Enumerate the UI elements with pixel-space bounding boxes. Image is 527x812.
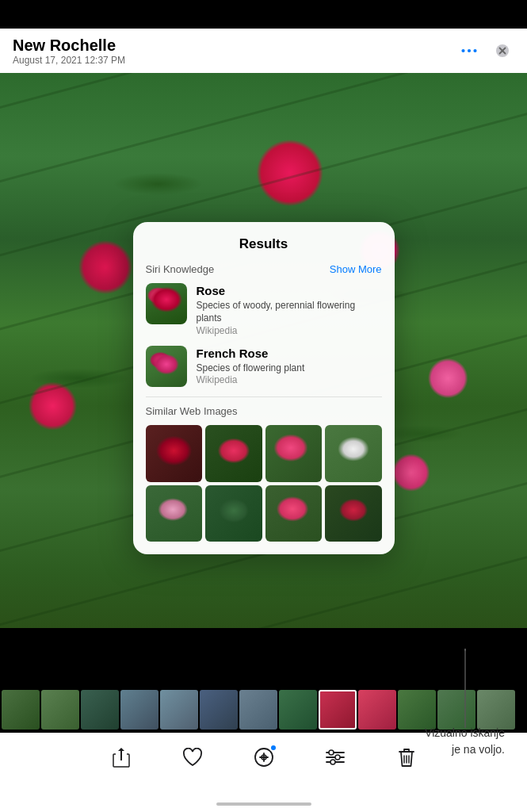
status-center-dots	[241, 16, 259, 20]
header: New Rochelle August 17, 2021 12:37 PM	[0, 29, 527, 73]
film-cell-9-active[interactable]	[319, 690, 357, 730]
header-title-block: New Rochelle August 17, 2021 12:37 PM	[13, 36, 125, 66]
header-actions	[457, 39, 514, 63]
svg-point-15	[330, 760, 335, 764]
french-rose-source: Wikipedia	[197, 374, 305, 385]
adjust-button[interactable]	[320, 742, 350, 772]
rose-info: Rose Species of woody, perennial floweri…	[197, 283, 382, 336]
location-title: New Rochelle	[13, 36, 125, 55]
knowledge-item-rose[interactable]: Rose Species of woody, perennial floweri…	[146, 283, 382, 336]
results-panel: Results Siri Knowledge Show More Rose Sp…	[133, 222, 395, 554]
siri-knowledge-header: Siri Knowledge Show More	[146, 263, 382, 275]
film-cell-4[interactable]	[120, 690, 158, 730]
film-cell-3[interactable]	[81, 690, 119, 730]
trash-icon	[398, 747, 415, 768]
svg-point-4	[473, 49, 476, 52]
web-image-1[interactable]	[146, 425, 203, 482]
close-icon	[495, 44, 510, 58]
annotation-line	[464, 649, 466, 728]
divider	[146, 396, 382, 397]
web-image-4[interactable]	[325, 425, 382, 482]
french-rose-description: Species of flowering plant	[197, 362, 305, 375]
dot-1	[241, 16, 245, 20]
svg-point-20	[464, 649, 466, 651]
film-cell-1[interactable]	[2, 690, 40, 730]
french-rose-info: French Rose Species of flowering plant W…	[197, 346, 305, 385]
dot-2	[248, 16, 252, 20]
rose-name: Rose	[197, 283, 382, 299]
annotation-line2: je na voljo.	[452, 743, 505, 756]
wifi-icon	[448, 13, 460, 22]
rose-source: Wikipedia	[197, 325, 382, 336]
visual-lookup-button[interactable]	[249, 742, 279, 772]
show-more-button[interactable]: Show More	[330, 263, 382, 275]
heart-icon	[182, 748, 203, 767]
svg-point-14	[335, 755, 340, 760]
status-right: 100%	[448, 12, 514, 23]
photo-datetime: August 17, 2021 12:37 PM	[13, 55, 125, 66]
annotation-text: Vizualno iskanje je na voljo.	[425, 725, 505, 758]
svg-point-13	[329, 750, 334, 755]
rose-description: Species of woody, perennial flowering pl…	[197, 299, 382, 326]
more-icon	[461, 48, 477, 53]
results-title: Results	[146, 236, 382, 252]
battery-text: 100%	[465, 12, 490, 23]
web-image-6[interactable]	[205, 485, 262, 542]
film-cell-5[interactable]	[160, 690, 198, 730]
french-rose-thumbnail	[146, 346, 187, 387]
more-button[interactable]	[457, 39, 481, 63]
web-images-label: Similar Web Images	[146, 405, 382, 417]
film-cell-10[interactable]	[358, 690, 396, 730]
status-time: 9:41 AM	[13, 12, 52, 24]
annotation-container: Vizualno iskanje je na voljo.	[425, 638, 505, 758]
french-rose-name: French Rose	[197, 346, 305, 362]
siri-knowledge-label: Siri Knowledge	[146, 263, 215, 275]
french-rose-thumb-image	[146, 346, 187, 387]
dot-3	[255, 16, 259, 20]
svg-point-2	[461, 49, 464, 52]
close-button[interactable]	[491, 39, 514, 63]
film-cell-7[interactable]	[239, 690, 277, 730]
film-cell-2[interactable]	[41, 690, 79, 730]
delete-button[interactable]	[391, 742, 422, 772]
web-images-grid	[146, 425, 382, 542]
status-bar: 9:41 AM 100%	[0, 0, 527, 29]
svg-point-3	[468, 49, 471, 52]
film-cell-8[interactable]	[279, 690, 317, 730]
battery-icon	[495, 13, 514, 22]
film-cell-6[interactable]	[200, 690, 238, 730]
web-image-7[interactable]	[265, 485, 323, 542]
web-image-3[interactable]	[265, 425, 323, 482]
home-indicator	[216, 802, 311, 806]
share-button[interactable]	[106, 742, 136, 772]
svg-rect-1	[495, 14, 510, 21]
knowledge-item-french-rose[interactable]: French Rose Species of flowering plant W…	[146, 346, 382, 387]
web-image-5[interactable]	[146, 485, 203, 542]
bottom-bar	[0, 790, 527, 812]
web-image-2[interactable]	[205, 425, 262, 482]
share-icon	[112, 746, 131, 768]
visual-lookup-active-dot	[269, 744, 277, 752]
annotation-line1: Vizualno iskanje	[425, 726, 505, 739]
favorite-button[interactable]	[178, 742, 208, 772]
rose-thumbnail	[146, 283, 187, 324]
rose-thumb-image	[146, 283, 187, 324]
adjust-icon	[325, 749, 346, 766]
web-image-8[interactable]	[325, 485, 382, 542]
